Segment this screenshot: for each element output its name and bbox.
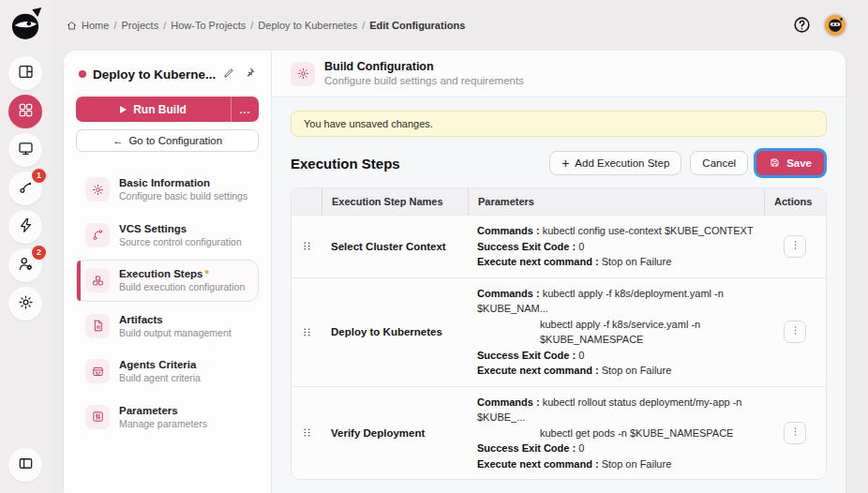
run-build-button[interactable]: Run Build xyxy=(76,97,231,122)
cancel-button[interactable]: Cancel xyxy=(690,151,748,175)
edit-project-name-button[interactable] xyxy=(222,67,235,82)
breadcrumb-item-home[interactable]: Home xyxy=(82,20,109,31)
pushpin-icon xyxy=(243,68,256,82)
go-to-configuration-button[interactable]: ← Go to Configuration xyxy=(76,129,259,152)
drag-handle-icon[interactable] xyxy=(301,326,313,338)
section-title: Execution Steps xyxy=(291,156,400,172)
save-floppy-icon xyxy=(769,157,781,171)
breadcrumb: Home / Projects / How-To Projects / Depl… xyxy=(66,20,465,32)
question-circle-icon xyxy=(792,23,812,37)
play-icon xyxy=(120,106,127,113)
help-button[interactable] xyxy=(791,15,812,36)
dashboard-layout-icon xyxy=(17,63,35,83)
kebab-menu-icon xyxy=(789,426,801,441)
column-header-parameters: Parameters xyxy=(468,188,764,215)
page-title: Build Configuration xyxy=(324,59,524,74)
rail-item-agents-monitor[interactable] xyxy=(8,133,42,167)
row-actions-button[interactable] xyxy=(784,321,806,343)
section-actions: + Add Execution Step Cancel Save xyxy=(549,151,827,175)
rail-item-users[interactable]: 2 xyxy=(8,248,42,282)
parameter-line: Success Exit Code : 0 xyxy=(477,441,755,456)
breadcrumb-item-projects[interactable]: Projects xyxy=(121,20,158,31)
rail-item-collapse-sidebar[interactable] xyxy=(8,448,42,482)
drag-handle-icon[interactable] xyxy=(301,240,313,252)
gear-icon xyxy=(17,293,35,314)
drag-handle-icon[interactable] xyxy=(301,426,313,439)
breadcrumb-item-deploy-to-kubernetes[interactable]: Deploy to Kubernetes xyxy=(258,20,357,31)
pipelines-badge: 1 xyxy=(32,169,46,183)
nav-item-subtitle: Configure basic build settings xyxy=(119,190,247,202)
branch-icon xyxy=(85,223,110,247)
user-avatar[interactable] xyxy=(823,13,847,37)
rail-item-settings[interactable] xyxy=(8,287,42,321)
breadcrumb-item-edit-configurations: Edit Configurations xyxy=(369,20,465,31)
breadcrumb-separator: / xyxy=(113,20,116,31)
kebab-menu-icon xyxy=(789,239,801,254)
execution-step-row-select-cluster-context: Select Cluster ContextCommands : kubectl… xyxy=(292,215,826,277)
step-parameters: Commands : kubectl config use-context $K… xyxy=(468,216,764,277)
row-actions-button[interactable] xyxy=(784,422,806,444)
column-header-step-names: Execution Step Names xyxy=(322,188,468,215)
app-root: 1 2 Home / Projects / How-To Projects / … xyxy=(0,0,868,493)
drag-column-header xyxy=(292,188,322,215)
parameter-line: kubectl apply -f k8s/service.yaml -n $KU… xyxy=(477,317,755,348)
breadcrumb-separator: / xyxy=(250,20,253,31)
parameter-line: Commands : kubectl rollout status deploy… xyxy=(477,395,755,426)
config-nav-item-artifacts[interactable]: ArtifactsBuild output management xyxy=(76,306,259,348)
add-execution-step-button[interactable]: + Add Execution Step xyxy=(549,151,681,175)
rail-item-pipelines[interactable]: 1 xyxy=(8,172,42,205)
go-to-configuration-label: Go to Configuration xyxy=(128,135,222,146)
file-icon xyxy=(85,314,110,338)
project-title-row: Deploy to Kuberne... xyxy=(76,67,259,82)
config-sidebar: Deploy to Kuberne... Run Build ... ← Go … xyxy=(64,51,272,493)
nav-item-title: Basic Information xyxy=(119,176,247,189)
config-nav-item-vcs-settings[interactable]: VCS SettingsSource control configuration xyxy=(76,215,259,257)
nav-item-subtitle: Manage parameters xyxy=(119,418,207,430)
config-nav: Basic InformationConfigure basic build s… xyxy=(76,169,259,438)
run-build-more-button[interactable]: ... xyxy=(231,97,259,122)
execution-step-row-verify-deployment: Verify DeploymentCommands : kubectl roll… xyxy=(292,386,826,480)
rail-item-projects[interactable] xyxy=(8,95,42,128)
row-actions-button[interactable] xyxy=(784,235,806,258)
active-item-accent xyxy=(77,261,81,301)
panel-left-icon xyxy=(17,455,35,475)
page-subtitle: Configure build settings and requirement… xyxy=(324,74,524,88)
home-icon xyxy=(66,20,78,32)
config-nav-item-basic-information[interactable]: Basic InformationConfigure basic build s… xyxy=(76,169,259,211)
monitor-icon xyxy=(17,140,35,160)
project-name: Deploy to Kuberne... xyxy=(93,67,216,82)
sliders-icon xyxy=(85,405,110,429)
nav-item-title: Agents Criteria xyxy=(119,358,201,371)
app-logo[interactable] xyxy=(7,7,44,44)
user-gear-icon xyxy=(17,255,35,276)
build-config-gear-icon xyxy=(291,62,315,86)
parameter-line: Commands : kubectl config use-context $K… xyxy=(477,223,755,239)
rail-item-activity[interactable] xyxy=(8,210,42,244)
config-nav-item-execution-steps[interactable]: Execution Steps*Build execution configur… xyxy=(76,260,259,302)
users-badge: 2 xyxy=(32,246,46,260)
kebab-menu-icon xyxy=(789,324,801,339)
agent-card-icon xyxy=(85,359,110,383)
breadcrumb-item-howto-projects[interactable]: How-To Projects xyxy=(171,20,246,31)
nav-item-title: Execution Steps* xyxy=(119,267,245,280)
execution-steps-table: Execution Step Names Parameters Actions … xyxy=(291,187,827,480)
plus-icon: + xyxy=(561,157,569,170)
nav-item-title: VCS Settings xyxy=(119,222,242,235)
nav-item-subtitle: Build execution configuration xyxy=(119,281,245,293)
config-nav-item-parameters[interactable]: ParametersManage parameters xyxy=(76,396,259,439)
step-parameters: Commands : kubectl apply -f k8s/deployme… xyxy=(468,278,764,386)
pin-button[interactable] xyxy=(243,67,256,82)
parameter-line: Success Exit Code : 0 xyxy=(477,239,755,255)
content-body: You have unsaved changes. Execution Step… xyxy=(272,97,846,493)
column-header-actions: Actions xyxy=(764,188,826,215)
nav-item-subtitle: Source control configuration xyxy=(119,236,242,248)
top-actions xyxy=(791,13,847,37)
blocks-icon xyxy=(85,268,110,292)
required-marker: * xyxy=(204,268,208,279)
content-header: Build Configuration Configure build sett… xyxy=(272,51,846,97)
rail-item-dashboard[interactable] xyxy=(8,56,42,90)
save-button[interactable]: Save xyxy=(756,151,824,175)
nav-item-title: Artifacts xyxy=(119,313,232,326)
config-nav-item-agents-criteria[interactable]: Agents CriteriaBuild agent criteria xyxy=(76,351,259,393)
parameter-line: Execute next command : Stop on Failure xyxy=(477,363,755,379)
